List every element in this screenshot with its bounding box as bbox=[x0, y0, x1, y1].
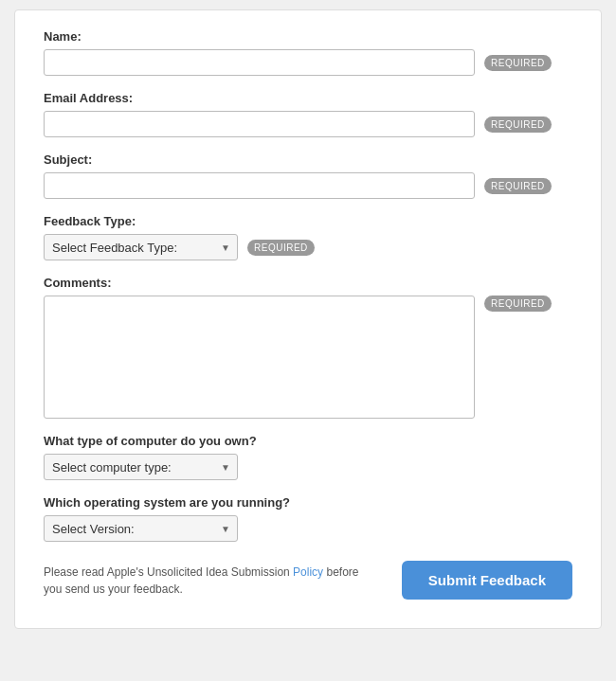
feedback-type-select-wrapper: Select Feedback Type: Bug Report Feature… bbox=[44, 234, 238, 260]
subject-required-badge: REQUIRED bbox=[484, 178, 552, 194]
feedback-type-row: Select Feedback Type: Bug Report Feature… bbox=[44, 234, 572, 260]
feedback-type-field-group: Feedback Type: Select Feedback Type: Bug… bbox=[44, 214, 572, 260]
footer-section: Please read Apple's Unsolicited Idea Sub… bbox=[44, 561, 572, 600]
feedback-type-select[interactable]: Select Feedback Type: Bug Report Feature… bbox=[44, 234, 238, 260]
email-field-group: Email Address: REQUIRED bbox=[44, 91, 572, 137]
computer-type-field-group: What type of computer do you own? Select… bbox=[44, 434, 572, 480]
os-field-group: Which operating system are you running? … bbox=[44, 495, 572, 542]
footer-text-before: Please read Apple's Unsolicited Idea Sub… bbox=[44, 565, 293, 579]
name-field-group: Name: REQUIRED bbox=[44, 29, 572, 76]
computer-type-select-wrapper: Select computer type: Mac PC Other ▼ bbox=[44, 454, 238, 480]
subject-row: REQUIRED bbox=[44, 172, 572, 199]
feedback-type-required-badge: REQUIRED bbox=[247, 240, 315, 256]
os-select[interactable]: Select Version: macOS Ventura macOS Mont… bbox=[44, 515, 238, 542]
subject-field-group: Subject: REQUIRED bbox=[44, 152, 572, 199]
footer-text: Please read Apple's Unsolicited Idea Sub… bbox=[44, 564, 366, 598]
comments-label: Comments: bbox=[44, 276, 572, 290]
os-label: Which operating system are you running? bbox=[44, 495, 572, 510]
comments-row: REQUIRED bbox=[44, 296, 572, 419]
name-required-badge: REQUIRED bbox=[484, 55, 552, 71]
subject-label: Subject: bbox=[44, 152, 572, 167]
comments-textarea[interactable] bbox=[44, 296, 475, 419]
comments-required-badge: REQUIRED bbox=[484, 296, 552, 312]
computer-type-label: What type of computer do you own? bbox=[44, 434, 572, 448]
name-label: Name: bbox=[44, 29, 572, 44]
email-label: Email Address: bbox=[44, 91, 572, 105]
comments-field-group: Comments: REQUIRED bbox=[44, 276, 572, 419]
submit-button[interactable]: Submit Feedback bbox=[402, 561, 572, 600]
feedback-type-label: Feedback Type: bbox=[44, 214, 572, 228]
email-row: REQUIRED bbox=[44, 111, 572, 137]
os-row: Select Version: macOS Ventura macOS Mont… bbox=[44, 515, 572, 542]
computer-type-row: Select computer type: Mac PC Other ▼ bbox=[44, 454, 572, 480]
name-input[interactable] bbox=[44, 49, 475, 76]
email-input[interactable] bbox=[44, 111, 475, 137]
computer-type-select[interactable]: Select computer type: Mac PC Other bbox=[44, 454, 238, 480]
email-required-badge: REQUIRED bbox=[484, 116, 552, 133]
feedback-form: Name: REQUIRED Email Address: REQUIRED S… bbox=[14, 9, 602, 629]
policy-link[interactable]: Policy bbox=[293, 565, 323, 579]
subject-input[interactable] bbox=[44, 172, 475, 199]
os-select-wrapper: Select Version: macOS Ventura macOS Mont… bbox=[44, 515, 238, 542]
name-row: REQUIRED bbox=[44, 49, 572, 76]
